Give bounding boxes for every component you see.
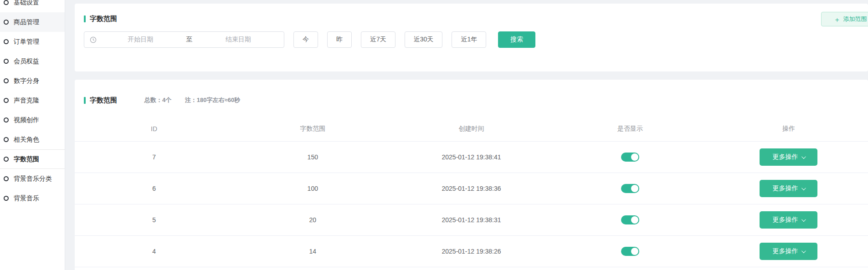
- table-row: 71502025-01-12 19:38:41更多操作: [75, 142, 868, 173]
- radio-circle-icon: [4, 0, 9, 5]
- column-header: 是否显示: [551, 125, 709, 133]
- accent-bar: [84, 15, 86, 22]
- quick-filter-button[interactable]: 今: [293, 31, 318, 48]
- radio-circle-icon: [4, 78, 9, 83]
- radio-circle-icon: [4, 20, 9, 25]
- add-range-button[interactable]: ＋ 添加范围: [821, 12, 868, 26]
- start-date-placeholder: 开始日期: [100, 36, 181, 44]
- chevron-down-icon: [801, 186, 806, 190]
- sidebar-item[interactable]: 基础设置: [0, 0, 65, 12]
- cell-id: 7: [75, 153, 233, 161]
- visibility-toggle[interactable]: [621, 215, 639, 224]
- column-header: 创建时间: [392, 125, 550, 133]
- filter-card: 字数范围 ＋ 添加范围 开始日期 至 结束日期 今昨近7天近30天近1年 搜索: [75, 4, 868, 71]
- cell-range: 100: [233, 185, 392, 192]
- toggle-knob: [631, 153, 638, 161]
- sidebar-item[interactable]: 数字分身: [0, 71, 65, 91]
- date-range-input[interactable]: 开始日期 至 结束日期: [84, 31, 284, 48]
- column-header: 操作: [709, 125, 868, 133]
- summary-note: 注：180字左右≈60秒: [185, 97, 240, 103]
- chevron-down-icon: [801, 249, 806, 253]
- sidebar-item-label: 基础设置: [14, 0, 39, 7]
- sidebar-item[interactable]: 会员权益: [0, 51, 65, 71]
- more-actions-button[interactable]: 更多操作: [760, 243, 817, 260]
- clock-icon: [90, 36, 97, 43]
- accent-bar: [84, 97, 86, 104]
- radio-circle-icon: [4, 157, 9, 162]
- cell-range: 20: [233, 216, 392, 224]
- more-actions-label: 更多操作: [772, 247, 798, 255]
- sidebar-item[interactable]: 商品管理: [0, 12, 65, 32]
- radio-circle-icon: [4, 176, 9, 181]
- sidebar-item[interactable]: 相关角色: [0, 130, 65, 149]
- sidebar-item-label: 相关角色: [14, 136, 39, 144]
- table-summary: 总数：4个 注：180字左右≈60秒: [144, 96, 240, 104]
- table-row: 5202025-01-12 19:38:31更多操作: [75, 204, 868, 236]
- app-root: 基础设置商品管理订单管理会员权益数字分身声音克隆视频创作相关角色字数范围背景音乐…: [0, 0, 868, 270]
- sidebar-item-label: 背景音乐分类: [14, 175, 52, 183]
- more-actions-button[interactable]: 更多操作: [760, 148, 817, 166]
- table-card-header: 字数范围 总数：4个 注：180字左右≈60秒: [75, 80, 868, 105]
- filter-card-title: 字数范围: [90, 15, 117, 23]
- visibility-toggle[interactable]: [621, 153, 639, 162]
- cell-id: 5: [75, 216, 233, 224]
- word-range-table: ID字数范围创建时间是否显示操作 71502025-01-12 19:38:41…: [75, 116, 868, 267]
- add-range-label: 添加范围: [843, 15, 867, 23]
- quick-filter-button[interactable]: 近1年: [452, 31, 486, 48]
- sidebar: 基础设置商品管理订单管理会员权益数字分身声音克隆视频创作相关角色字数范围背景音乐…: [0, 0, 65, 270]
- sidebar-menu: 基础设置商品管理订单管理会员权益数字分身声音克隆视频创作相关角色字数范围背景音乐…: [0, 0, 65, 208]
- cell-range: 14: [233, 248, 392, 255]
- radio-circle-icon: [4, 137, 9, 142]
- column-header: ID: [75, 125, 233, 132]
- sidebar-item[interactable]: 视频创作: [0, 110, 65, 130]
- chevron-down-icon: [801, 217, 806, 222]
- cell-id: 6: [75, 185, 233, 192]
- sidebar-item[interactable]: 背景音乐: [0, 188, 65, 208]
- sidebar-item-label: 订单管理: [14, 38, 39, 46]
- sidebar-item-label: 背景音乐: [14, 194, 39, 203]
- table-header-row: ID字数范围创建时间是否显示操作: [75, 116, 868, 142]
- visibility-toggle[interactable]: [621, 184, 639, 193]
- table-card-title: 字数范围: [90, 96, 117, 105]
- radio-circle-icon: [4, 196, 9, 201]
- table-row: 4142025-01-12 19:38:26更多操作: [75, 236, 868, 267]
- filter-row: 开始日期 至 结束日期 今昨近7天近30天近1年 搜索: [84, 31, 859, 48]
- radio-circle-icon: [4, 117, 9, 122]
- sidebar-item-label: 商品管理: [14, 18, 39, 26]
- date-separator: 至: [185, 36, 195, 44]
- more-actions-label: 更多操作: [772, 216, 798, 224]
- cell-created: 2025-01-12 19:38:36: [392, 185, 550, 192]
- visibility-toggle[interactable]: [621, 247, 639, 256]
- sidebar-item[interactable]: 订单管理: [0, 32, 65, 51]
- sidebar-item-label: 数字分身: [14, 77, 39, 85]
- sidebar-item[interactable]: 背景音乐分类: [0, 169, 65, 188]
- cell-created: 2025-01-12 19:38:31: [392, 216, 550, 224]
- quick-filter-button[interactable]: 昨: [327, 31, 352, 48]
- search-button[interactable]: 搜索: [498, 31, 535, 48]
- summary-total: 总数：4个: [144, 97, 171, 103]
- sidebar-item-label: 会员权益: [14, 57, 39, 66]
- cell-created: 2025-01-12 19:38:41: [392, 153, 550, 161]
- cell-id: 4: [75, 248, 233, 255]
- toggle-knob: [631, 185, 638, 192]
- radio-circle-icon: [4, 98, 9, 103]
- quick-filter-button[interactable]: 近7天: [361, 31, 395, 48]
- sidebar-item[interactable]: 声音克隆: [0, 91, 65, 110]
- more-actions-label: 更多操作: [772, 184, 798, 193]
- toggle-knob: [631, 248, 638, 255]
- quick-filter-group: 今昨近7天近30天近1年: [293, 31, 486, 48]
- table-row: 61002025-01-12 19:38:36更多操作: [75, 173, 868, 204]
- more-actions-button[interactable]: 更多操作: [760, 211, 817, 229]
- main-content: 字数范围 ＋ 添加范围 开始日期 至 结束日期 今昨近7天近30天近1年 搜索: [75, 0, 868, 270]
- column-header: 字数范围: [233, 125, 392, 133]
- cell-range: 150: [233, 153, 392, 161]
- cell-created: 2025-01-12 19:38:26: [392, 248, 550, 255]
- radio-circle-icon: [4, 39, 9, 44]
- more-actions-button[interactable]: 更多操作: [760, 180, 817, 197]
- sidebar-item[interactable]: 字数范围: [0, 149, 65, 169]
- filter-card-header: 字数范围: [84, 4, 859, 23]
- quick-filter-button[interactable]: 近30天: [405, 31, 443, 48]
- radio-circle-icon: [4, 59, 9, 64]
- sidebar-item-label: 声音克隆: [14, 97, 39, 105]
- end-date-placeholder: 结束日期: [198, 36, 279, 44]
